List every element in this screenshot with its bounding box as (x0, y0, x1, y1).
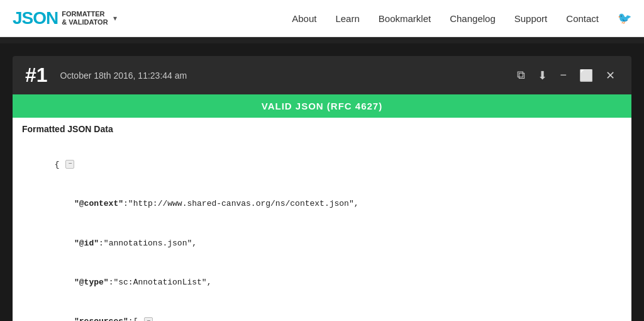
json-line-4: "@type":"sc:AnnotationList", (25, 263, 619, 302)
logo-dropdown-arrow[interactable]: ▾ (113, 14, 117, 23)
logo-area: JSON FORMATTER & VALIDATOR ▾ (13, 8, 117, 28)
nav-about[interactable]: About (292, 13, 316, 24)
close-button[interactable]: ✕ (602, 66, 619, 85)
nav-support[interactable]: Support (514, 13, 548, 24)
nav-bookmarklet[interactable]: Bookmarklet (379, 13, 431, 24)
nav-links: About Learn Bookmarklet Changelog Suppor… (292, 11, 631, 25)
nav-learn[interactable]: Learn (335, 13, 359, 24)
json-line-2: "@context":"http://www.shared-canvas.org… (25, 184, 619, 223)
minimize-button[interactable]: − (556, 66, 570, 84)
json-line-5: "resources":[ − (25, 303, 619, 321)
nav-changelog[interactable]: Changelog (450, 13, 496, 24)
json-line-1: { − (25, 145, 619, 184)
twitter-icon[interactable]: 🐦 (618, 11, 631, 25)
collapse-btn-resources[interactable]: − (144, 317, 153, 321)
card-actions: ⧉ ⬇ − ⬜ ✕ (513, 66, 619, 85)
nav-contact[interactable]: Contact (566, 13, 599, 24)
download-button[interactable]: ⬇ (534, 66, 551, 85)
main-content: #1 October 18th 2016, 11:23:44 am ⧉ ⬇ − … (0, 43, 644, 321)
navbar: JSON FORMATTER & VALIDATOR ▾ About Learn… (0, 0, 644, 37)
card-header: #1 October 18th 2016, 11:23:44 am ⧉ ⬇ − … (13, 56, 631, 94)
share-button[interactable]: ⧉ (513, 66, 529, 84)
logo-subtitle: FORMATTER & VALIDATOR (62, 10, 108, 26)
json-code-area[interactable]: { − "@context":"http://www.shared-canvas… (13, 139, 631, 321)
card-number: #1 (25, 64, 48, 87)
formatted-json-label: Formatted JSON Data (13, 118, 631, 139)
logo-json[interactable]: JSON (13, 8, 58, 28)
valid-json-banner: VALID JSON (RFC 4627) (13, 94, 631, 118)
dark-divider (0, 37, 644, 43)
json-line-3: "@id":"annotations.json", (25, 224, 619, 263)
expand-button[interactable]: ⬜ (575, 66, 597, 85)
collapse-btn-root[interactable]: − (65, 160, 74, 169)
card-timestamp: October 18th 2016, 11:23:44 am (60, 70, 514, 81)
